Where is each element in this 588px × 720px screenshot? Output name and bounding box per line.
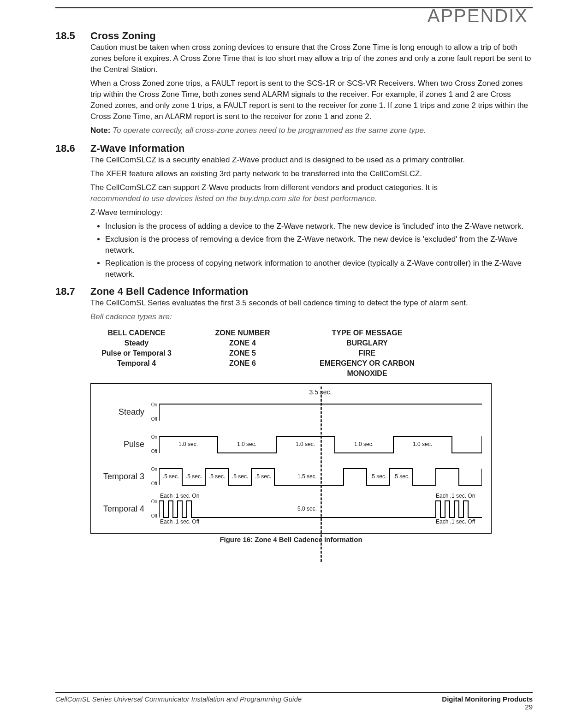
on-label: On [144, 499, 157, 504]
paragraph: Caution must be taken when cross zoning … [90, 42, 533, 75]
off-label: Off [144, 417, 157, 422]
time-label: 1.0 sec. [237, 441, 256, 447]
table-header: BELL CADENCE [90, 328, 183, 338]
note-text: To operate correctly, all cross-zone zon… [113, 126, 426, 135]
note: Note: To operate correctly, all cross-zo… [90, 125, 533, 136]
section-title: Cross Zoning [90, 30, 533, 42]
row-label: Temporal 3 [96, 472, 144, 482]
list-item: Replication is the process of copying ne… [105, 258, 533, 280]
italic-text: recommended to use devices listed on the… [90, 194, 377, 203]
table-header: ZONE NUMBER [183, 328, 303, 338]
figure-caption: Figure 16: Zone 4 Bell Cadence Informati… [90, 536, 492, 543]
time-label: Each .1 sec. On [436, 493, 475, 499]
time-label: .5 sec. [232, 473, 248, 480]
off-label: Off [144, 449, 157, 454]
list-item: Inclusion is the process of adding a dev… [105, 221, 533, 232]
page-footer: CellComSL Series Universal Communicator … [55, 692, 533, 711]
appendix-banner: APPENDIX [55, 6, 533, 26]
steady-waveform [159, 402, 482, 422]
waveform-row-pulse: Pulse On Off 1.0 sec. 1.0 sec. 1.0 sec. … [96, 428, 486, 460]
table-cell: EMERGENCY OR CARBON MONOXIDE [303, 358, 432, 379]
table-cell: FIRE [303, 348, 432, 358]
waveform-row-temporal3: Temporal 3 On Off .5 sec. .5 sec. .5 sec… [96, 460, 486, 493]
time-label: Each .1 sec. On [160, 493, 199, 499]
off-label: Off [144, 481, 157, 486]
time-label: 1.0 sec. [413, 441, 432, 447]
footer-right: Digital Monitoring Products [442, 695, 533, 703]
row-label: Pulse [96, 440, 144, 449]
time-label: .5 sec. [393, 473, 410, 480]
section-18-6: 18.6 Z-Wave Information The CellComSLCZ … [55, 143, 533, 282]
table-cell: Temporal 4 [90, 358, 183, 369]
table-cell: ZONE 5 [183, 348, 303, 358]
paragraph: When a Cross Zoned zone trips, a FAULT r… [90, 78, 533, 122]
time-label: 1.5 sec. [297, 473, 317, 480]
time-label: 1.0 sec. [354, 441, 374, 447]
temporal3-waveform [159, 467, 482, 486]
on-label: On [144, 434, 157, 440]
pulse-waveform [159, 434, 482, 454]
section-number: 18.7 [55, 286, 90, 298]
time-label: Each .1 sec. Off [160, 518, 199, 525]
section-18-5: 18.5 Cross Zoning Caution must be taken … [55, 30, 533, 139]
section-number: 18.5 [55, 30, 90, 42]
table-cell: Pulse or Temporal 3 [90, 348, 183, 358]
table-header: TYPE OF MESSAGE [303, 328, 432, 338]
paragraph: The XFER feature allows an existing 3rd … [90, 168, 533, 179]
time-label: 1.0 sec. [178, 441, 198, 447]
section-title: Z-Wave Information [90, 143, 533, 155]
section-number: 18.6 [55, 143, 90, 155]
off-label: Off [144, 513, 157, 518]
time-label: .5 sec. [209, 473, 225, 480]
section-title: Zone 4 Bell Cadence Information [90, 286, 533, 298]
time-label: .5 sec. [370, 473, 386, 480]
time-label: .5 sec. [186, 473, 202, 480]
time-label: Each .1 sec. Off [436, 518, 475, 525]
time-label: .5 sec. [163, 473, 179, 480]
on-label: On [144, 402, 157, 407]
paragraph: Z-Wave terminology: [90, 207, 533, 218]
figure-16: 3.5 sec. Steady On Off Pulse On Off [90, 383, 492, 534]
table-cell: ZONE 6 [183, 358, 303, 369]
temporal4-waveform [159, 499, 482, 518]
on-label: On [144, 467, 157, 472]
time-label: 5.0 sec. [297, 506, 317, 512]
row-label: Temporal 4 [96, 504, 144, 514]
section-18-7: 18.7 Zone 4 Bell Cadence Information The… [55, 286, 533, 325]
table-cell: ZONE 4 [183, 338, 303, 348]
bullet-list: Inclusion is the process of adding a dev… [97, 221, 533, 280]
row-label: Steady [96, 407, 144, 417]
note-label: Note: [90, 126, 113, 135]
list-item: Exclusion is the process of removing a d… [105, 234, 533, 256]
footer-left: CellComSL Series Universal Communicator … [55, 695, 302, 711]
table-cell: BURGLARY [303, 338, 432, 348]
time-label: .5 sec. [255, 473, 271, 480]
waveform-row-steady: Steady On Off [96, 396, 486, 428]
time-label: 1.0 sec. [296, 441, 315, 447]
italic-text: Bell cadence types are: [90, 311, 533, 322]
page-number: 29 [442, 703, 533, 711]
waveform-row-temporal4: Temporal 4 On Off Each .1 sec. On Each .… [96, 493, 486, 525]
paragraph: The CellComSLCZ is a security enabled Z-… [90, 155, 533, 166]
table-cell: Steady [90, 338, 183, 348]
paragraph: The CellComSLCZ can support Z-Wave produ… [90, 182, 533, 204]
paragraph: The CellComSL Series evaluates the first… [90, 298, 533, 309]
cadence-table: BELL CADENCE Steady Pulse or Temporal 3 … [90, 328, 533, 379]
